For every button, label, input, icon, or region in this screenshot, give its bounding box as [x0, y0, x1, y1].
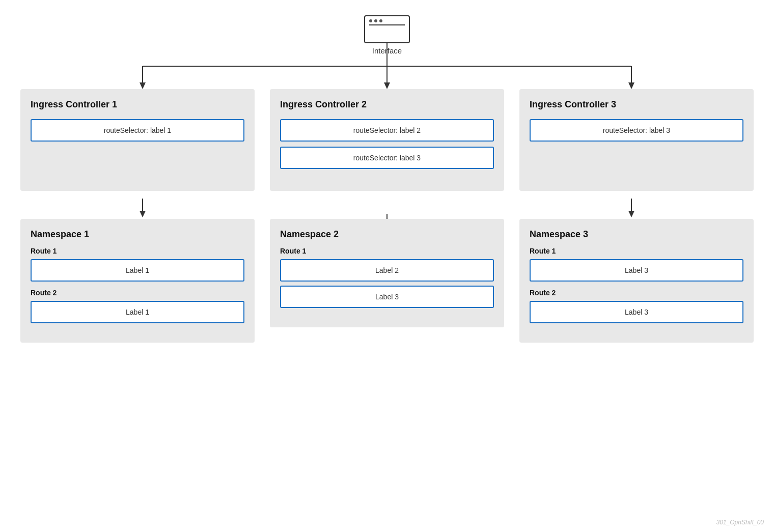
label-box-3-2-1: Label 3	[530, 301, 743, 323]
arrow-1	[20, 191, 255, 219]
route-selector-2-1: routeSelector: label 2	[280, 119, 494, 142]
label-box-2-1-1: Label 2	[280, 259, 494, 282]
route-label-1-2: Route 2	[31, 289, 244, 297]
route-label-2-1: Route 1	[280, 247, 494, 255]
columns-row: Ingress Controller 1 routeSelector: labe…	[20, 89, 754, 343]
route-selector-1-1: routeSelector: label 1	[31, 119, 244, 142]
label-box-2-1-2: Label 3	[280, 286, 494, 308]
column-2: Ingress Controller 2 routeSelector: labe…	[270, 89, 504, 343]
route-label-1-1: Route 1	[31, 247, 244, 255]
svg-marker-7	[628, 82, 634, 89]
namespace-title-3: Namespace 3	[530, 229, 743, 240]
route-label-3-1: Route 1	[530, 247, 743, 255]
route-selector-2-2: routeSelector: label 3	[280, 147, 494, 169]
ingress-panel-1: Ingress Controller 1 routeSelector: labe…	[20, 89, 255, 191]
namespace-panel-3: Namespace 3 Route 1 Label 3 Route 2 Labe…	[519, 219, 754, 343]
column-3: Ingress Controller 3 routeSelector: labe…	[519, 89, 754, 343]
ingress-panel-2: Ingress Controller 2 routeSelector: labe…	[270, 89, 504, 191]
ingress-title-3: Ingress Controller 3	[530, 99, 743, 110]
column-1: Ingress Controller 1 routeSelector: labe…	[20, 89, 255, 343]
label-box-3-1-1: Label 3	[530, 259, 743, 282]
arrow-3	[519, 191, 754, 219]
route-section-3-2: Route 2 Label 3	[530, 289, 743, 323]
route-section-1-1: Route 1 Label 1	[31, 247, 244, 282]
namespace-panel-2: Namespace 2 Route 1 Label 2 Label 3	[270, 219, 504, 327]
route-section-2-1: Route 1 Label 2 Label 3	[280, 247, 494, 308]
namespace-panel-1: Namespace 1 Route 1 Label 1 Route 2 Labe…	[20, 219, 255, 343]
arrow-2	[270, 191, 504, 219]
interface-node: Interface	[364, 15, 410, 55]
label-box-1-2-1: Label 1	[31, 301, 244, 323]
ingress-title-1: Ingress Controller 1	[31, 99, 244, 110]
label-box-1-1-1: Label 1	[31, 259, 244, 282]
svg-marker-5	[384, 82, 390, 89]
route-selector-3-1: routeSelector: label 3	[530, 119, 743, 142]
interface-box-line	[369, 24, 405, 25]
route-section-1-2: Route 2 Label 1	[31, 289, 244, 323]
namespace-title-2: Namespace 2	[280, 229, 494, 240]
route-label-3-2: Route 2	[530, 289, 743, 297]
interface-label: Interface	[372, 46, 402, 55]
diagram-container: Interface	[0, 0, 774, 532]
interface-box-dots	[369, 19, 382, 22]
interface-box	[364, 15, 410, 43]
ingress-panel-3: Ingress Controller 3 routeSelector: labe…	[519, 89, 754, 191]
ingress-title-2: Ingress Controller 2	[280, 99, 494, 110]
watermark: 301_OpnShift_00	[716, 519, 764, 526]
route-section-3-1: Route 1 Label 3	[530, 247, 743, 282]
namespace-title-1: Namespace 1	[31, 229, 244, 240]
svg-marker-3	[140, 82, 146, 89]
